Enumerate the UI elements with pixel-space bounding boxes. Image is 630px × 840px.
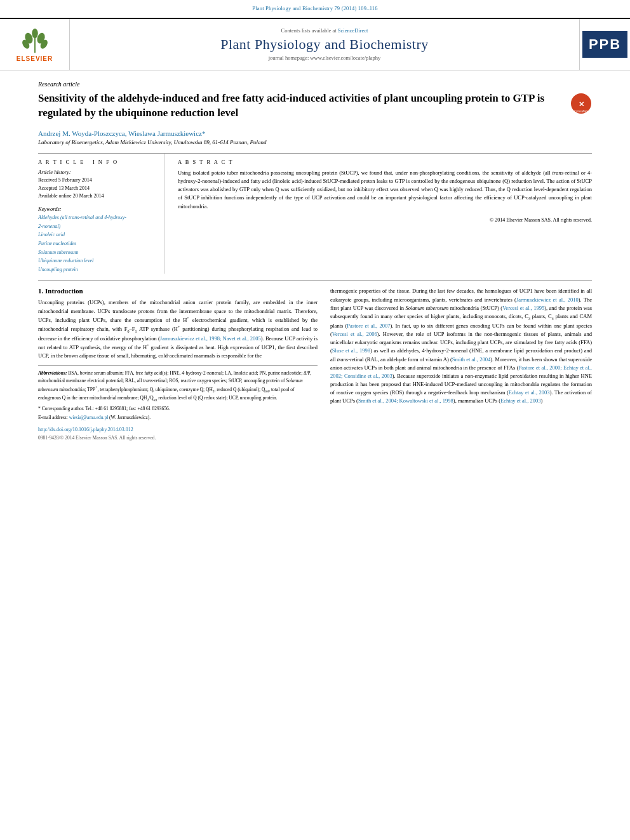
info-abstract-columns: A R T I C L E I N F O Article history: R…: [38, 153, 592, 274]
article-info-col: A R T I C L E I N F O Article history: R…: [38, 154, 165, 274]
elsevier-logo: ELSEVIER: [0, 19, 70, 70]
body-right-col: thermogenic properties of the tissue. Du…: [330, 287, 592, 441]
copyright-text: © 2014 Elsevier Masson SAS. All rights r…: [178, 217, 592, 223]
keyword-3: Purine nucleotides: [38, 239, 155, 248]
body-columns: 1. Introduction Uncoupling proteins (UCP…: [38, 287, 592, 441]
elsevier-tree-icon: [19, 27, 51, 53]
abstract-heading: A B S T R A C T: [178, 159, 592, 165]
email-footnote: E-mail address: wiesiaj@amu.edu.pl (W. J…: [38, 414, 318, 422]
accepted-date: Accepted 13 March 2014: [38, 185, 90, 191]
keyword-5: Ubiquinone reduction level: [38, 257, 155, 265]
email-address: wiesiaj@amu.edu.pl: [69, 415, 108, 420]
corresponding-footnote: * Corresponding author. Tel.: +48 61 829…: [38, 405, 318, 413]
crossmark-logo: ✕ CrossMark: [570, 93, 592, 116]
email-suffix: (W. Jarmuszkiewicz).: [109, 415, 151, 420]
contents-line: Contents lists available at ScienceDirec…: [281, 27, 368, 34]
abbreviations-footnote: Abbreviations: BSA, bovine serum albumin…: [38, 370, 318, 403]
page: Plant Physiology and Biochemistry 79 (20…: [0, 0, 630, 840]
article-info-heading: A R T I C L E I N F O: [38, 159, 155, 165]
intro-paragraph-2: thermogenic properties of the tissue. Du…: [330, 287, 592, 405]
issn-line: 0981-9428/© 2014 Elsevier Masson SAS. Al…: [38, 435, 318, 441]
body-left-col: 1. Introduction Uncoupling proteins (UCP…: [38, 287, 318, 441]
keyword-4: Solanum tuberosum: [38, 248, 155, 257]
available-date: Available online 20 March 2014: [38, 193, 104, 199]
crossmark-icon: ✕ CrossMark: [570, 93, 592, 114]
ppb-logo: PPB: [579, 19, 630, 70]
article-dates: Received 5 February 2014 Accepted 13 Mar…: [38, 177, 155, 201]
keywords-label: Keywords:: [38, 206, 155, 212]
email-label: E-mail address:: [38, 415, 68, 420]
abstract-text: Using isolated potato tuber mitochondria…: [178, 169, 592, 211]
journal-header: Plant Physiology and Biochemistry 79 (20…: [0, 0, 630, 19]
affiliation: Laboratory of Bioenergetics, Adam Mickie…: [38, 139, 592, 145]
section-num: 1.: [38, 287, 43, 295]
footnotes: Abbreviations: BSA, bovine serum albumin…: [38, 365, 318, 422]
when-word: when: [262, 186, 274, 192]
svg-text:✕: ✕: [579, 100, 584, 108]
abstract-col: A B S T R A C T Using isolated potato tu…: [165, 154, 592, 274]
article-type: Research article: [38, 81, 592, 88]
section-title-text: Introduction: [45, 287, 83, 295]
intro-paragraph-1: Uncoupling proteins (UCPs), members of t…: [38, 298, 318, 360]
doi-link[interactable]: http://dx.doi.org/10.1016/j.plaphy.2014.…: [38, 427, 318, 432]
keyword-2: Linoleic acid: [38, 230, 155, 239]
elsevier-text: ELSEVIER: [17, 55, 53, 62]
homepage-line: journal homepage: www.elsevier.com/locat…: [269, 55, 380, 61]
history-label: Article history:: [38, 169, 155, 175]
header-logos-row: ELSEVIER Contents lists available at Sci…: [0, 19, 630, 70]
keyword-6: Uncoupling protein: [38, 265, 155, 274]
journal-header-center: Contents lists available at ScienceDirec…: [70, 19, 579, 70]
main-content: Research article Sensitivity of the alde…: [0, 70, 630, 453]
keyword-1: Aldehydes (all trans-retinal and 4-hydro…: [38, 213, 155, 230]
received-date: Received 5 February 2014: [38, 177, 92, 183]
intro-heading: 1. Introduction: [38, 287, 318, 295]
ppb-text: PPB: [582, 31, 627, 58]
sciencedirect-link[interactable]: ScienceDirect: [338, 27, 368, 34]
svg-text:CrossMark: CrossMark: [574, 110, 589, 113]
journal-citation: Plant Physiology and Biochemistry 79 (20…: [38, 5, 592, 11]
authors: Andrzej M. Woyda-Ploszczyca, Wieslawa Ja…: [38, 130, 592, 137]
journal-title: Plant Physiology and Biochemistry: [220, 36, 429, 53]
contents-text: Contents lists available at: [281, 27, 337, 34]
keywords-list: Aldehydes (all trans-retinal and 4-hydro…: [38, 213, 155, 274]
authors-text: Andrzej M. Woyda-Ploszczyca, Wieslawa Ja…: [38, 130, 205, 137]
article-title: Sensitivity of the aldehyde-induced and …: [38, 91, 564, 121]
section-divider: [38, 280, 592, 281]
